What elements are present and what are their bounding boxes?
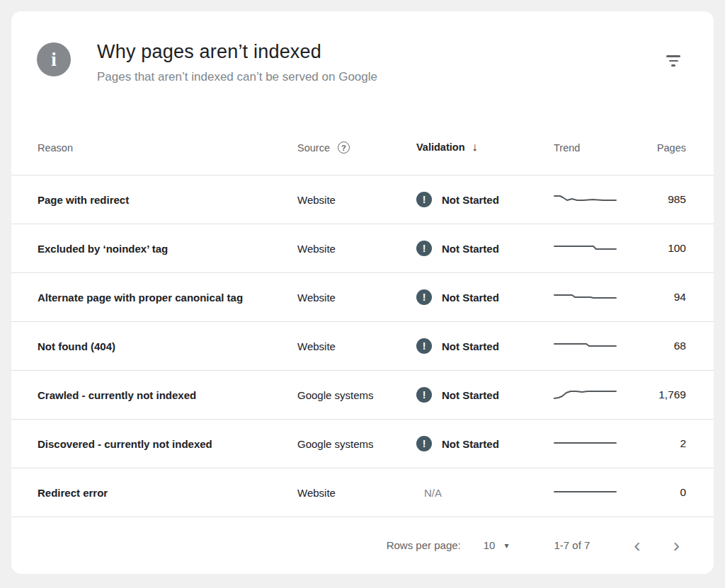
validation-cell: !Not Started — [416, 436, 554, 451]
rows-per-page-select[interactable]: 10 ▾ — [479, 538, 513, 552]
pages-count-cell: 0 — [646, 486, 686, 499]
validation-status-label: Not Started — [442, 292, 499, 304]
trend-cell — [554, 190, 646, 209]
help-icon[interactable]: ? — [338, 142, 350, 154]
validation-cell: !Not Started — [416, 241, 554, 256]
validation-status-label: Not Started — [442, 340, 499, 352]
validation-status-label: Not Started — [442, 389, 499, 401]
trend-cell — [554, 288, 646, 306]
not-started-icon: ! — [416, 338, 432, 354]
trend-cell — [554, 434, 646, 453]
source-cell: Website — [297, 243, 416, 255]
table-row[interactable]: Excluded by ‘noindex’ tagWebsite!Not Sta… — [11, 224, 714, 272]
pages-count-cell: 68 — [646, 340, 686, 352]
reason-cell[interactable]: Page with redirect — [38, 194, 297, 206]
column-header-reason[interactable]: Reason — [38, 142, 297, 154]
previous-page-button[interactable]: ‹ — [628, 536, 646, 555]
table-row[interactable]: Not found (404)Website!Not Started68 — [11, 321, 714, 370]
info-icon-glyph: i — [51, 49, 57, 71]
trend-sparkline — [554, 239, 617, 258]
validation-status-label: Not Started — [442, 243, 499, 255]
trend-cell — [554, 386, 646, 404]
trend-sparkline — [554, 434, 617, 453]
table-header-row: Reason Source ? Validation ↓ Trend Pages — [11, 90, 714, 175]
pages-count-cell: 2 — [646, 437, 686, 450]
filter-list-icon — [666, 55, 681, 67]
table-footer: Rows per page: 10 ▾ 1-7 of 7 ‹ › — [11, 517, 714, 573]
column-header-trend: Trend — [554, 142, 646, 154]
reason-cell[interactable]: Discovered - currently not indexed — [38, 438, 297, 450]
table-row[interactable]: Alternate page with proper canonical tag… — [11, 272, 714, 321]
validation-cell: !Not Started — [416, 338, 554, 354]
not-started-icon: ! — [416, 192, 432, 207]
sort-descending-icon: ↓ — [472, 141, 478, 154]
validation-na-label: N/A — [416, 487, 442, 499]
trend-sparkline — [554, 386, 617, 404]
validation-cell: !Not Started — [416, 289, 554, 305]
validation-cell: !Not Started — [416, 387, 554, 403]
trend-sparkline — [554, 483, 617, 502]
table-row[interactable]: Crawled - currently not indexedGoogle sy… — [11, 370, 714, 419]
rows-per-page-label: Rows per page: — [387, 539, 461, 551]
column-header-validation[interactable]: Validation ↓ — [416, 141, 554, 154]
reason-cell[interactable]: Alternate page with proper canonical tag — [38, 292, 297, 304]
validation-status-label: Not Started — [442, 438, 499, 450]
header-text: Why pages aren’t indexed Pages that aren… — [97, 41, 377, 84]
next-page-button[interactable]: › — [668, 536, 685, 555]
dropdown-arrow-icon: ▾ — [504, 541, 508, 550]
pagination-range: 1-7 of 7 — [554, 539, 590, 551]
index-report-card: i Why pages aren’t indexed Pages that ar… — [11, 11, 714, 574]
pages-count-cell: 100 — [646, 242, 686, 255]
trend-cell — [554, 483, 646, 502]
pages-count-cell: 1,769 — [646, 388, 686, 401]
source-cell: Google systems — [297, 389, 416, 401]
trend-cell — [554, 239, 646, 258]
source-cell: Website — [297, 292, 416, 304]
not-started-icon: ! — [416, 387, 432, 403]
column-header-source[interactable]: Source ? — [297, 142, 416, 154]
not-started-icon: ! — [416, 241, 432, 256]
column-header-pages[interactable]: Pages — [646, 142, 686, 154]
table-body: Page with redirectWebsite!Not Started985… — [11, 175, 714, 517]
source-cell: Website — [297, 340, 416, 352]
reason-cell[interactable]: Redirect error — [38, 487, 297, 499]
not-started-icon: ! — [416, 436, 432, 451]
filter-button[interactable] — [661, 51, 685, 71]
reason-cell[interactable]: Excluded by ‘noindex’ tag — [38, 243, 297, 255]
pages-count-cell: 94 — [646, 291, 686, 304]
trend-cell — [554, 337, 646, 355]
reason-cell[interactable]: Crawled - currently not indexed — [38, 389, 297, 401]
not-started-icon: ! — [416, 289, 432, 305]
trend-sparkline — [554, 288, 617, 306]
pages-count-cell: 985 — [646, 193, 686, 206]
table-row[interactable]: Discovered - currently not indexedGoogle… — [11, 419, 714, 468]
validation-status-label: Not Started — [442, 194, 499, 206]
column-header-validation-label: Validation — [416, 142, 465, 153]
table-row[interactable]: Page with redirectWebsite!Not Started985 — [11, 175, 714, 224]
rows-per-page-value: 10 — [484, 539, 496, 551]
page-title: Why pages aren’t indexed — [97, 41, 377, 63]
trend-sparkline — [554, 337, 617, 355]
validation-cell: N/A — [416, 487, 554, 499]
source-cell: Google systems — [297, 438, 416, 450]
source-cell: Website — [297, 487, 416, 499]
trend-sparkline — [554, 190, 617, 209]
table-row[interactable]: Redirect errorWebsiteN/A0 — [11, 468, 714, 517]
page-subtitle: Pages that aren’t indexed can’t be serve… — [97, 70, 377, 84]
source-cell: Website — [297, 194, 416, 206]
validation-cell: !Not Started — [416, 192, 554, 207]
report-header: i Why pages aren’t indexed Pages that ar… — [11, 11, 714, 90]
reason-cell[interactable]: Not found (404) — [38, 340, 297, 352]
column-header-source-label: Source — [297, 142, 330, 154]
info-icon: i — [37, 42, 71, 76]
